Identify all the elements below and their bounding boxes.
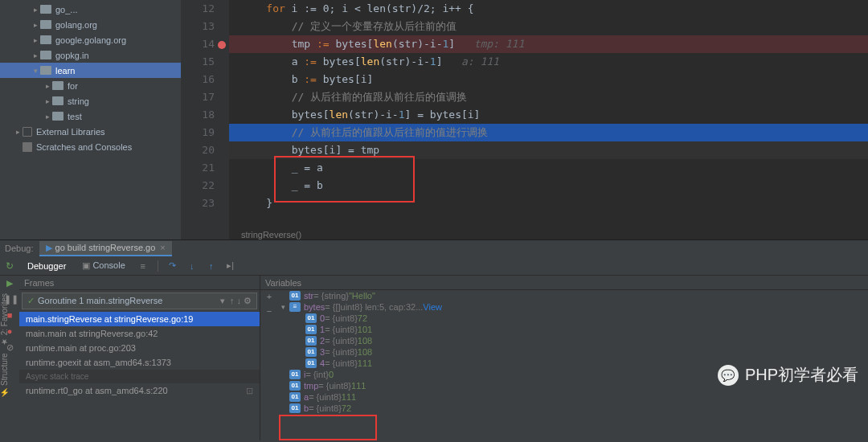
tree-folder[interactable]: ▸for bbox=[0, 78, 181, 93]
tab-console[interactable]: ▣ Console bbox=[74, 257, 133, 274]
remove-watch-icon[interactable]: − bbox=[264, 306, 275, 317]
code-line[interactable]: b := bytes[i] bbox=[229, 71, 868, 88]
resume-icon[interactable]: ▶ bbox=[4, 278, 15, 289]
variable-row[interactable]: 011 = {uint8} 101 bbox=[280, 324, 868, 335]
variable-row[interactable]: ▾≡bytes = {[]uint8} len:5, cap:32 ... Vi… bbox=[280, 301, 868, 313]
code-line[interactable]: for i := 0; i < len(str)/2; i++ { bbox=[229, 0, 868, 18]
goroutine-dropdown[interactable]: ✓Goroutine 1 main.stringReverse ▾ ↑ ↓ ⚙ bbox=[22, 293, 257, 309]
frame-item[interactable]: runtime.rt0_go at asm_amd64.s:220⊡ bbox=[19, 383, 260, 399]
line-gutter: 121314151617181920212223 bbox=[181, 0, 229, 239]
code-line[interactable]: a := bytes[len(str)-i-1] a: 111 bbox=[229, 53, 868, 71]
scratches[interactable]: Scratches and Consoles bbox=[0, 139, 181, 154]
debug-label: Debug: bbox=[5, 244, 33, 253]
external-libraries[interactable]: ▸External Libraries bbox=[0, 124, 181, 139]
vars-toolbar: + − bbox=[260, 290, 278, 317]
type-icon: 01 bbox=[289, 403, 301, 413]
rerun-icon[interactable]: ↻ bbox=[0, 260, 19, 272]
code-line[interactable]: _ = a bbox=[229, 159, 868, 177]
type-icon: 01 bbox=[305, 358, 317, 368]
code-line[interactable]: // 从后往前的值跟从前往后的值调换 bbox=[229, 88, 868, 106]
type-icon: ≡ bbox=[289, 302, 301, 312]
code-area[interactable]: for i := 0; i < len(str)/2; i++ { // 定义一… bbox=[229, 0, 868, 239]
debug-panel[interactable]: Debug: ▶ go build stringReverse.go× ↻ De… bbox=[0, 239, 868, 442]
async-trace-header: Async stack trace bbox=[19, 370, 260, 383]
step-over-icon[interactable]: ↷ bbox=[166, 259, 180, 273]
code-editor[interactable]: 121314151617181920212223 for i := 0; i <… bbox=[181, 0, 868, 239]
structure-tab[interactable]: ⚡ Structure ★ 2: Favorites bbox=[0, 293, 9, 398]
code-line[interactable]: } bbox=[229, 194, 868, 212]
frame-item[interactable]: runtime.main at proc.go:203 bbox=[19, 341, 260, 355]
folder-icon bbox=[52, 96, 63, 105]
close-icon[interactable]: × bbox=[160, 243, 165, 252]
type-icon: 01 bbox=[289, 392, 301, 402]
debug-run-tab[interactable]: ▶ go build stringReverse.go× bbox=[39, 241, 171, 256]
type-icon: 01 bbox=[305, 336, 317, 346]
type-icon: 01 bbox=[289, 381, 301, 391]
folder-icon bbox=[40, 51, 51, 59]
type-icon: 01 bbox=[289, 291, 301, 301]
frames-panel[interactable]: Frames ✓Goroutine 1 main.stringReverse ▾… bbox=[19, 276, 260, 440]
project-tree[interactable]: ▸go_...▸golang.org▸google.golang.org▸gop… bbox=[0, 0, 181, 239]
highlight-box-vars bbox=[279, 415, 377, 440]
type-icon: 01 bbox=[305, 347, 317, 357]
watermark: 💬 PHP初学者必看 bbox=[718, 364, 858, 386]
code-line[interactable]: bytes[i] = tmp bbox=[229, 141, 868, 159]
variables-panel[interactable]: Variables + − 01str = {string} "Hello"▾≡… bbox=[260, 276, 868, 440]
breadcrumb[interactable]: stringReverse() bbox=[241, 230, 301, 239]
run-to-cursor-icon[interactable]: ▸| bbox=[223, 259, 238, 273]
code-line[interactable]: // 定义一个变量存放从后往前的值 bbox=[229, 18, 868, 35]
tree-folder[interactable]: ▸string bbox=[0, 93, 181, 108]
code-line[interactable]: // 从前往后的值跟从后往前的值进行调换 bbox=[229, 124, 868, 141]
code-line[interactable]: tmp := bytes[len(str)-i-1] tmp: 111 bbox=[229, 35, 868, 53]
tree-folder[interactable]: ▸golang.org bbox=[0, 17, 181, 32]
folder-icon bbox=[40, 35, 51, 44]
tab-debugger[interactable]: Debugger bbox=[19, 258, 74, 274]
type-icon: 01 bbox=[305, 325, 317, 334]
folder-icon bbox=[52, 112, 63, 121]
frame-item[interactable]: main.main at stringReverse.go:42 bbox=[19, 326, 260, 341]
debug-header: Debug: ▶ go build stringReverse.go× bbox=[0, 240, 868, 256]
threads-icon[interactable]: ≡ bbox=[136, 259, 150, 273]
tree-folder[interactable]: ▾learn bbox=[0, 63, 181, 78]
tree-folder[interactable]: ▸google.golang.org bbox=[0, 32, 181, 47]
step-out-icon[interactable]: ↑ bbox=[204, 259, 219, 273]
breakpoint-icon[interactable] bbox=[218, 41, 226, 49]
variable-row[interactable]: 010 = {uint8} 72 bbox=[280, 313, 868, 324]
frame-item[interactable]: runtime.goexit at asm_amd64.s:1373 bbox=[19, 355, 260, 370]
frames-header: Frames bbox=[19, 276, 260, 290]
folder-icon bbox=[40, 5, 51, 14]
type-icon: 01 bbox=[289, 370, 301, 379]
folder-icon bbox=[40, 66, 51, 75]
tree-folder[interactable]: ▸test bbox=[0, 108, 181, 124]
code-line[interactable]: bytes[len(str)-i-1] = bytes[i] bbox=[229, 106, 868, 124]
folder-icon bbox=[40, 20, 51, 29]
variable-row[interactable]: 01a = {uint8} 111 bbox=[280, 391, 868, 403]
variables-header: Variables bbox=[260, 276, 868, 290]
add-watch-icon[interactable]: + bbox=[264, 292, 275, 303]
frame-item[interactable]: main.stringReverse at stringReverse.go:1… bbox=[19, 312, 260, 326]
type-icon: 01 bbox=[305, 313, 317, 323]
step-into-icon[interactable]: ↓ bbox=[185, 259, 199, 273]
library-icon bbox=[23, 127, 32, 137]
tree-folder[interactable]: ▸gopkg.in bbox=[0, 47, 181, 63]
variable-row[interactable]: 01b = {uint8} 72 bbox=[280, 403, 868, 414]
debug-toolbar: ↻ Debugger ▣ Console ≡ ↷ ↓ ↑ ▸| bbox=[0, 256, 868, 276]
code-line[interactable]: _ = b bbox=[229, 177, 868, 194]
wechat-icon: 💬 bbox=[718, 365, 739, 386]
variable-row[interactable]: 01str = {string} "Hello" bbox=[280, 290, 868, 301]
scratch-icon bbox=[23, 142, 32, 152]
variable-row[interactable]: 012 = {uint8} 108 bbox=[280, 335, 868, 346]
folder-icon bbox=[52, 81, 63, 90]
variable-row[interactable]: 013 = {uint8} 108 bbox=[280, 346, 868, 358]
tree-folder[interactable]: ▸go_... bbox=[0, 2, 181, 17]
